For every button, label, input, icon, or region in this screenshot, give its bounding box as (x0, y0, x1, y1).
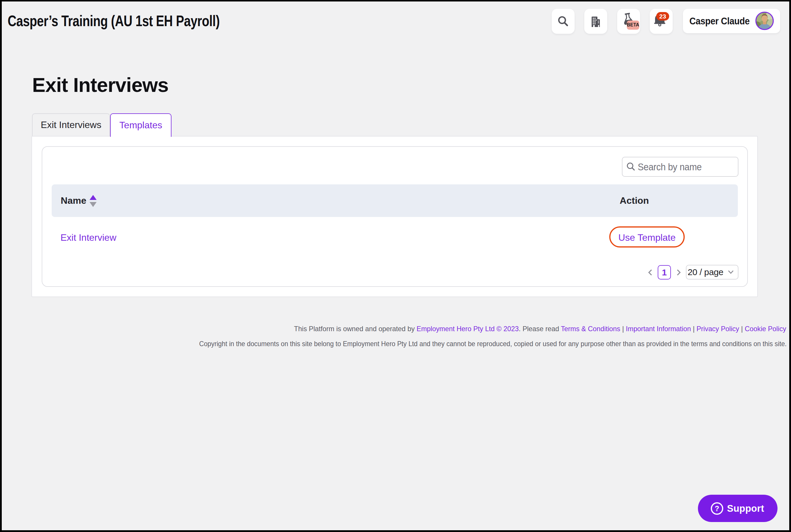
svg-text:?: ? (715, 504, 719, 512)
